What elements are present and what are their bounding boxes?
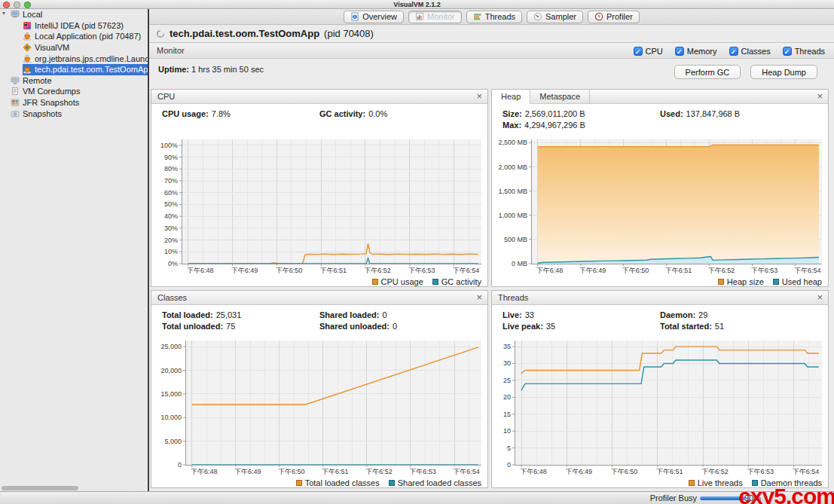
checkbox-classes[interactable]: ✓Classes [729, 47, 771, 56]
checkbox-threads[interactable]: ✓Threads [783, 47, 825, 56]
close-icon[interactable]: × [476, 90, 482, 102]
tree-item-body[interactable]: org.jetbrains.jps.cmdline.Launcher ( [23, 53, 148, 64]
legend-label: Heap size [727, 277, 764, 286]
cpu-stats: CPU usage:7.8%GC activity:0.0% [151, 104, 487, 136]
stat-label: Live peak: [503, 322, 543, 331]
checkbox-box-icon[interactable]: ✓ [729, 47, 738, 56]
heap-panel-header: HeapMetaspace × [492, 90, 828, 104]
svg-text:1,500 MB: 1,500 MB [498, 188, 527, 195]
tree-item-tech-pdai-test-oom-testoomapp-pi[interactable]: tech.pdai.test.oom.TestOomApp (pi [0, 64, 148, 75]
close-icon[interactable]: × [476, 292, 482, 303]
svg-text:0 MB: 0 MB [512, 260, 527, 267]
svg-text:20%: 20% [164, 237, 178, 244]
heap-dump-button[interactable]: Heap Dump [750, 65, 817, 79]
toolbar-button-overview[interactable]: Overview [344, 11, 404, 23]
close-icon[interactable]: × [817, 90, 823, 102]
svg-text:30%: 30% [164, 225, 178, 232]
tree-item-local-application-pid-70487[interactable]: Local Application (pid 70487) [0, 31, 148, 42]
tree-item-label: VisualVM [35, 43, 69, 52]
svg-text:5,000: 5,000 [164, 438, 182, 445]
svg-text:60%: 60% [164, 189, 178, 197]
stat-label: Total started: [660, 322, 712, 331]
scrollbar-thumb[interactable] [2, 486, 78, 490]
stat-value: 137,847,968 B [686, 109, 741, 118]
legend-label: Live threads [698, 478, 743, 487]
heap-panel-tab-metaspace[interactable]: Metaspace [530, 90, 590, 104]
svg-text:0: 0 [507, 461, 511, 469]
legend-swatch-icon [389, 480, 395, 486]
checkbox-box-icon[interactable]: ✓ [634, 47, 643, 56]
tree-item-body[interactable]: Snapshots [11, 108, 148, 119]
legend-item-total-loaded-classes: Total loaded classes [296, 478, 380, 487]
document-tab[interactable]: tech.pdai.test.oom.TestOomApp (pid 70408… [149, 25, 834, 43]
cpu-stats-column-right: GC activity:0.0% [319, 108, 477, 136]
stat-value: 2,569,011,200 B [525, 109, 585, 118]
disclosure-triangle-icon[interactable]: ▾ [2, 10, 5, 17]
classes-stats: Total loaded:25,031Total unloaded:75Shar… [151, 305, 487, 337]
stat-label: Shared unloaded: [319, 322, 390, 331]
watermark-text: cxy5.com [738, 485, 834, 504]
checkbox-memory[interactable]: ✓Memory [675, 47, 717, 56]
stat-line: Total unloaded:75 [162, 321, 319, 332]
tree-item-body[interactable]: JFR Snapshots [11, 97, 148, 108]
toolbar-button-threads[interactable]: Threads [466, 11, 522, 23]
heap-panel: HeapMetaspace × Size:2,569,011,200 BMax:… [491, 89, 829, 287]
perform-gc-button[interactable]: Perform GC [674, 65, 741, 79]
tree-item-intellij-idea-pid-57623[interactable]: IntelliJ IDEA (pid 57623) [0, 20, 148, 32]
tree-item-body[interactable]: VisualVM [23, 42, 148, 53]
checkbox-box-icon[interactable]: ✓ [783, 47, 792, 56]
sidebar-horizontal-scrollbar[interactable] [0, 485, 148, 491]
svg-text:90%: 90% [164, 154, 178, 161]
checkbox-box-icon[interactable]: ✓ [675, 47, 684, 56]
tree-item-local[interactable]: ▾Local [0, 9, 148, 20]
svg-text:25,000: 25,000 [160, 343, 182, 350]
java-icon [23, 54, 32, 63]
checkbox-label: Threads [795, 47, 825, 56]
tree-item-body[interactable]: Local [11, 9, 148, 20]
svg-text:0: 0 [178, 461, 182, 469]
svg-text:下午6:52: 下午6:52 [365, 468, 393, 475]
svg-text:40%: 40% [164, 212, 178, 220]
tree-item-visualvm[interactable]: VisualVM [0, 42, 148, 53]
stat-value: 7.8% [212, 109, 231, 118]
stat-label: Size: [503, 109, 522, 118]
close-icon[interactable]: × [817, 292, 823, 303]
tree-item-org-jetbrains-jps-cmdline-launcher[interactable]: org.jetbrains.jps.cmdline.Launcher ( [0, 53, 148, 64]
tree-item-vm-coredumps[interactable]: VM Coredumps [0, 86, 148, 97]
cpu-chart: 0%10%20%30%40%50%60%70%80%90%100%下午6:48下… [151, 136, 487, 276]
tree-item-body[interactable]: Local Application (pid 70487) [23, 31, 148, 42]
toolbar-button-profiler[interactable]: Profiler [588, 11, 640, 23]
tree-item-body[interactable]: IntelliJ IDEA (pid 57623) [23, 20, 148, 32]
tree-item-body[interactable]: VM Coredumps [11, 86, 148, 97]
threads-icon [473, 12, 482, 21]
tree-item-label: Local [23, 10, 42, 19]
tree-item-remote[interactable]: Remote [0, 75, 148, 87]
heap-panel-tab-heap[interactable]: Heap [492, 90, 530, 104]
checkbox-label: CPU [646, 47, 663, 56]
svg-text:下午6:54: 下午6:54 [794, 267, 821, 274]
toolbar-button-sampler[interactable]: Sampler [527, 11, 583, 23]
stat-value: 35 [546, 322, 555, 331]
heap-chart: 0 MB500 MB1,000 MB1,500 MB2,000 MB2,500 … [492, 136, 828, 276]
stat-value: 0 [382, 310, 386, 319]
svg-text:下午6:48: 下午6:48 [191, 468, 218, 475]
threads-stats-column-right: Daemon:29Total started:51 [660, 310, 817, 337]
checkbox-cpu[interactable]: ✓CPU [634, 47, 663, 56]
svg-text:2,500 MB: 2,500 MB [498, 139, 527, 146]
stat-line: Live peak:35 [503, 321, 660, 332]
tree-item-body[interactable]: Remote [11, 75, 148, 87]
stat-line: Shared loaded:0 [319, 310, 477, 321]
tree-item-snapshots[interactable]: Snapshots [0, 108, 148, 119]
tree-item-body[interactable]: tech.pdai.test.oom.TestOomApp (pi [23, 64, 148, 75]
toolbar-button-monitor[interactable]: Monitor [408, 11, 462, 23]
uptime-label: Uptime: [158, 65, 189, 74]
svg-text:1,000 MB: 1,000 MB [498, 212, 527, 219]
legend-label: Shared loaded classes [398, 478, 481, 487]
tree-item-jfr-snapshots[interactable]: JFR Snapshots [0, 97, 148, 108]
stat-value: 0.0% [368, 109, 387, 118]
stat-line: Used:137,847,968 B [660, 108, 817, 120]
sidebar-splitter[interactable] [148, 9, 149, 492]
svg-text:下午6:50: 下午6:50 [276, 267, 303, 274]
svg-text:20,000: 20,000 [160, 367, 182, 374]
monitor-icon [415, 12, 424, 21]
